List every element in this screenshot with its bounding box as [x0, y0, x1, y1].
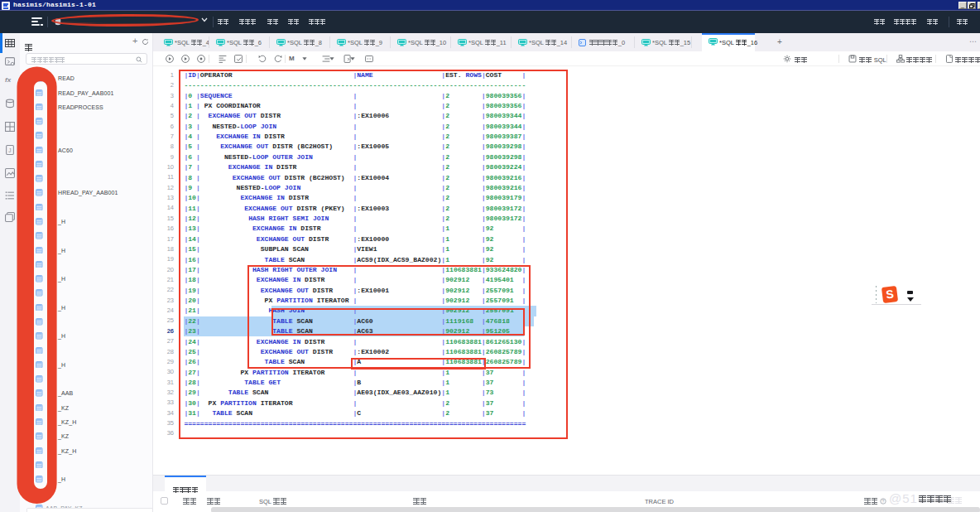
svg-text:J: J: [8, 147, 11, 153]
svg-text:?: ?: [882, 498, 884, 503]
